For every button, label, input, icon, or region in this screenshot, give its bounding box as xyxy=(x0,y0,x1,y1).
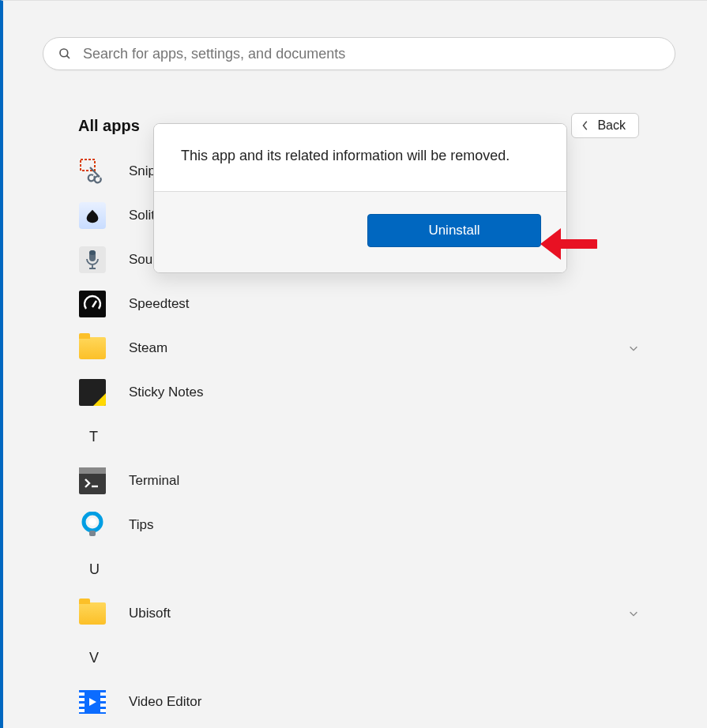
folder-icon xyxy=(78,599,107,628)
section-letter-t[interactable]: T xyxy=(78,415,639,459)
search-icon xyxy=(58,47,72,61)
page-title: All apps xyxy=(78,117,140,135)
svg-rect-9 xyxy=(89,531,96,536)
svg-line-1 xyxy=(66,55,70,58)
dialog-actions: Uninstall xyxy=(154,192,566,272)
uninstall-button[interactable]: Uninstall xyxy=(367,214,541,247)
app-item-video-editor[interactable]: Video Editor xyxy=(78,680,639,724)
folder-icon xyxy=(78,334,107,362)
app-label: Speedtest xyxy=(129,296,639,312)
chevron-down-icon xyxy=(628,343,639,354)
app-item-speedtest[interactable]: Speedtest xyxy=(78,282,639,326)
back-button[interactable]: Back xyxy=(571,113,639,138)
chevron-left-icon xyxy=(581,120,589,131)
app-label: Sticky Notes xyxy=(129,385,639,400)
app-item-terminal[interactable]: Terminal xyxy=(78,459,639,503)
app-label: Tips xyxy=(129,517,639,533)
back-label: Back xyxy=(597,118,626,133)
snipping-tool-icon xyxy=(78,157,107,186)
app-label: Terminal xyxy=(129,473,639,489)
chevron-down-icon xyxy=(628,608,639,619)
section-letter-v[interactable]: V xyxy=(78,636,639,680)
app-item-tips[interactable]: Tips xyxy=(78,503,639,547)
solitaire-icon xyxy=(78,201,107,230)
search-input[interactable] xyxy=(83,46,660,62)
sound-recorder-icon xyxy=(78,246,107,274)
uninstall-dialog: This app and its related information wil… xyxy=(153,123,567,273)
video-editor-icon xyxy=(78,688,107,716)
svg-rect-4 xyxy=(89,250,96,255)
section-letter-u[interactable]: U xyxy=(78,547,639,591)
app-item-steam[interactable]: Steam xyxy=(78,326,639,370)
app-item-ubisoft[interactable]: Ubisoft xyxy=(78,591,639,636)
app-label: Ubisoft xyxy=(129,606,628,621)
dialog-message: This app and its related information wil… xyxy=(154,124,566,192)
app-label: Video Editor xyxy=(129,694,639,710)
terminal-icon xyxy=(78,467,107,495)
svg-point-8 xyxy=(88,518,96,526)
search-bar[interactable] xyxy=(43,37,675,70)
speedtest-icon xyxy=(78,290,107,318)
svg-line-5 xyxy=(92,301,96,307)
tips-icon xyxy=(78,511,107,539)
app-label: Steam xyxy=(129,340,628,356)
sticky-notes-icon xyxy=(78,378,107,407)
svg-point-0 xyxy=(60,49,68,57)
app-item-sticky-notes[interactable]: Sticky Notes xyxy=(78,370,639,415)
